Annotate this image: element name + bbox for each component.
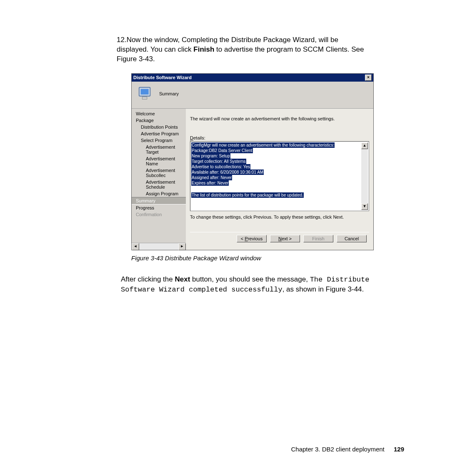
details-line: Available after: 6/20/2008 10:36:01 AM <box>191 169 264 175</box>
sidebar-item-dist-points[interactable]: Distribution Points <box>132 124 186 130</box>
sidebar-item-adv-schedule[interactable]: Advertisement Schedule <box>132 179 186 190</box>
details-line: Target collection: All Systems <box>191 159 246 164</box>
details-line: Advertise to subcollections: Yes <box>191 164 250 169</box>
details-label: DDetails:etails: <box>190 135 369 140</box>
sidebar-item-assign-program[interactable]: Assign Program <box>132 190 186 197</box>
wizard-window: Distribute Software Wizard × Summary Wel… <box>131 73 374 250</box>
details-line: Expires after: Never <box>191 180 229 186</box>
sidebar-item-adv-program[interactable]: Advertise Program <box>132 130 186 137</box>
wizard-header: Summary <box>132 82 373 109</box>
wizard-hint: To change these settings, click Previous… <box>190 211 369 232</box>
wizard-main-panel: The wizard will now create an advertisem… <box>186 109 373 250</box>
para2-bold: Next <box>175 275 190 283</box>
step-number: 12. <box>117 36 127 44</box>
close-icon[interactable]: × <box>365 75 372 81</box>
next-button[interactable]: Next > <box>270 235 300 242</box>
scroll-right-icon[interactable]: ► <box>178 243 186 250</box>
svg-rect-1 <box>141 89 149 94</box>
scroll-left-icon[interactable]: ◄ <box>132 243 139 250</box>
window-title: Distribute Software Wizard <box>133 75 192 80</box>
previous-button[interactable]: < Previous <box>237 235 267 242</box>
button-row: < Previous Next > Finish Cancel <box>190 232 369 246</box>
sidebar-item-select-program[interactable]: Select Program <box>132 137 186 144</box>
header-label: Summary <box>159 91 179 96</box>
sidebar-item-summary[interactable]: Summary <box>132 197 186 204</box>
monitor-icon <box>138 86 153 102</box>
sidebar-scrollbar[interactable]: ◄ ► <box>132 243 186 250</box>
svg-rect-2 <box>142 97 147 99</box>
details-line: New program: Setup <box>191 153 230 159</box>
details-box: ConfigMgr will now create an advertiseme… <box>190 141 369 211</box>
wizard-intro-text: The wizard will now create an advertisem… <box>190 111 369 135</box>
sidebar-item-welcome[interactable]: Welcome <box>132 110 186 117</box>
details-line: The list of distribution points for the … <box>191 192 304 198</box>
wizard-sidebar: Welcome Package Distribution Points Adve… <box>132 109 186 250</box>
sidebar-item-package[interactable]: Package <box>132 117 186 124</box>
sidebar-item-adv-subcollec[interactable]: Advertisement Subcollec <box>132 167 186 179</box>
cancel-button[interactable]: Cancel <box>337 235 367 242</box>
para2-text: , as shown in Figure 3-44. <box>282 285 364 293</box>
details-line: Assigned after: Never <box>191 175 232 180</box>
finish-button: Finish <box>303 235 333 242</box>
details-scrollbar[interactable]: ▲ ▼ <box>361 142 368 210</box>
step-12-text: 12.Now the window, Completing the Distri… <box>117 35 371 64</box>
scroll-up-icon[interactable]: ▲ <box>361 142 368 149</box>
page-footer: Chapter 3. DB2 client deployment 129 <box>291 446 405 453</box>
scroll-down-icon[interactable]: ▼ <box>361 203 368 210</box>
chapter-label: Chapter 3. DB2 client deployment <box>291 446 385 453</box>
details-line: ConfigMgr will now create an advertiseme… <box>191 142 335 148</box>
sidebar-item-confirmation: Confirmation <box>132 211 186 218</box>
sidebar-item-progress[interactable]: Progress <box>132 204 186 211</box>
sidebar-item-adv-target[interactable]: Advertisement Target <box>132 144 186 155</box>
details-line: Package:DB2 Data Server Client <box>191 148 253 153</box>
page-number: 129 <box>394 446 404 453</box>
titlebar: Distribute Software Wizard × <box>132 74 373 82</box>
paragraph-after-figure: After clicking the Next button, you shou… <box>121 275 371 295</box>
sidebar-item-adv-name[interactable]: Advertisement Name <box>132 155 186 167</box>
para2-text: button, you should see the message, <box>190 275 310 283</box>
para2-text: After clicking the <box>121 275 175 283</box>
figure-caption: Figure 3-43 Distribute Package Wizard wi… <box>131 253 408 262</box>
step-bold: Finish <box>193 45 214 53</box>
